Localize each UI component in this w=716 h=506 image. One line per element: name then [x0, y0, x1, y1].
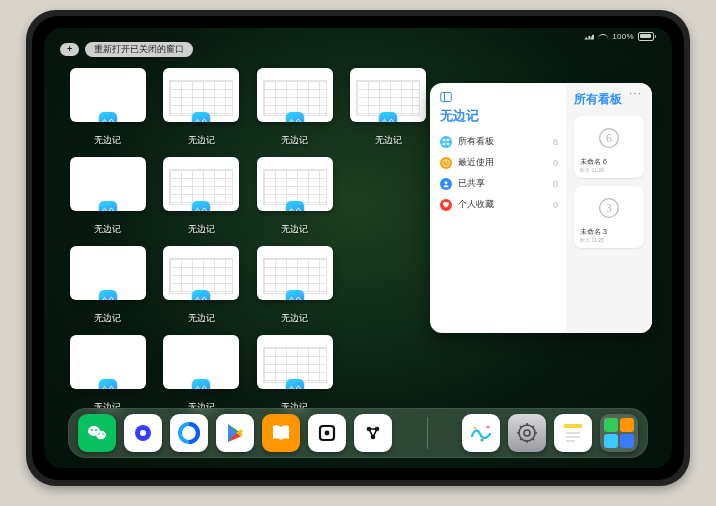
board-card[interactable]: 3 未命名 3 昨天 11:25 — [574, 186, 644, 248]
svg-point-12 — [290, 207, 291, 208]
dock-separator — [427, 417, 428, 449]
window-thumbnail[interactable]: 无边记 — [255, 246, 335, 325]
heart-icon — [440, 199, 452, 211]
ipad-bezel: 100% 重新打开已关闭的窗口 无边记 无边记 无边记 — [32, 16, 684, 480]
dock-app-quark[interactable] — [124, 414, 162, 452]
svg-rect-65 — [564, 424, 582, 428]
category-label: 最近使用 — [458, 156, 494, 169]
category-count: 0 — [553, 200, 558, 210]
svg-point-43 — [102, 433, 104, 435]
category-person[interactable]: 已共享0 — [440, 173, 558, 194]
dock-app-settings[interactable] — [508, 414, 546, 452]
dock-app-playstore[interactable] — [216, 414, 254, 452]
svg-point-6 — [384, 118, 385, 119]
freeform-app-icon — [99, 201, 117, 211]
svg-point-40 — [91, 429, 93, 431]
svg-point-16 — [197, 296, 198, 297]
window-thumbnail[interactable]: 无边记 — [162, 157, 242, 236]
category-clock[interactable]: 最近使用0 — [440, 152, 558, 173]
svg-point-3 — [204, 118, 205, 119]
window-thumbnail-grid: 无边记 无边记 无边记 无边记 无边记 — [68, 68, 428, 414]
svg-point-54 — [480, 438, 483, 441]
window-thumbnail[interactable]: 无边记 — [68, 68, 148, 147]
svg-rect-30 — [443, 142, 446, 145]
window-thumbnail[interactable]: 无边记 — [68, 157, 148, 236]
category-label: 已共享 — [458, 177, 485, 190]
dock-app-folder[interactable] — [600, 414, 638, 452]
svg-point-20 — [103, 385, 104, 386]
svg-point-1 — [110, 118, 111, 119]
thumbnail-label: 无边记 — [188, 134, 215, 147]
battery-icon — [638, 32, 654, 41]
category-count: 0 — [553, 179, 558, 189]
dock-right-group — [462, 414, 638, 452]
board-name: 未命名 6 — [580, 157, 638, 167]
svg-point-45 — [140, 430, 146, 436]
window-thumbnail[interactable]: 无边记 — [68, 335, 148, 414]
svg-point-14 — [103, 296, 104, 297]
svg-point-8 — [103, 207, 104, 208]
category-grid[interactable]: 所有看板8 — [440, 131, 558, 152]
thumbnail-window — [257, 246, 333, 300]
svg-point-9 — [110, 207, 111, 208]
dock-app-obsidian-like[interactable] — [308, 414, 346, 452]
sidebar-toggle-icon[interactable] — [440, 91, 452, 103]
board-card[interactable]: 6 未命名 6 昨天 11:28 — [574, 116, 644, 178]
category-count: 8 — [553, 137, 558, 147]
dock-app-books[interactable] — [262, 414, 300, 452]
svg-point-24 — [290, 385, 291, 386]
reopen-closed-button[interactable]: 重新打开已关闭的窗口 — [85, 42, 193, 57]
dock — [68, 408, 648, 458]
thumbnail-window — [70, 68, 146, 122]
wifi-icon — [598, 33, 608, 41]
window-thumbnail[interactable]: 无边记 — [162, 68, 242, 147]
category-label: 个人收藏 — [458, 198, 494, 211]
board-time: 昨天 11:25 — [580, 237, 638, 243]
window-thumbnail[interactable]: 无边记 — [255, 157, 335, 236]
window-thumbnail[interactable]: 无边记 — [162, 335, 242, 414]
more-icon[interactable]: ··· — [629, 90, 642, 96]
thumbnail-label: 无边记 — [94, 223, 121, 236]
thumbnail-window — [163, 68, 239, 122]
svg-point-13 — [297, 207, 298, 208]
svg-point-33 — [445, 181, 448, 184]
thumbnail-label: 无边记 — [281, 134, 308, 147]
freeform-app-icon — [192, 379, 210, 389]
dock-app-notes[interactable] — [554, 414, 592, 452]
board-name: 未命名 3 — [580, 227, 638, 237]
grid-icon — [440, 136, 452, 148]
svg-rect-28 — [443, 138, 446, 141]
freeform-app-icon — [99, 112, 117, 122]
freeform-app-icon — [286, 290, 304, 300]
thumbnail-window — [163, 246, 239, 300]
dock-app-wechat[interactable] — [78, 414, 116, 452]
add-button[interactable] — [60, 43, 79, 56]
freeform-app-icon — [99, 290, 117, 300]
thumbnail-label: 无边记 — [281, 312, 308, 325]
window-thumbnail[interactable]: 无边记 — [162, 246, 242, 325]
cellular-icon — [584, 34, 594, 40]
board-sketch: 6 — [586, 121, 632, 155]
freeform-app-icon — [286, 201, 304, 211]
window-thumbnail[interactable]: 无边记 — [68, 246, 148, 325]
freeform-floating-panel[interactable]: ··· 无边记 所有看板8最近使用0已共享0个人收藏0 所有看板 6 未命名 6… — [430, 83, 652, 333]
svg-point-7 — [391, 118, 392, 119]
dock-app-roam[interactable] — [354, 414, 392, 452]
category-heart[interactable]: 个人收藏0 — [440, 194, 558, 215]
dock-app-freeform[interactable] — [462, 414, 500, 452]
svg-point-2 — [197, 118, 198, 119]
freeform-app-icon — [286, 112, 304, 122]
svg-point-56 — [524, 430, 530, 436]
svg-rect-31 — [447, 142, 450, 145]
window-thumbnail[interactable]: 无边记 — [255, 68, 335, 147]
category-count: 0 — [553, 158, 558, 168]
panel-boards: 所有看板 6 未命名 6 昨天 11:28 3 未命名 3 昨天 11:25 — [566, 83, 652, 333]
window-thumbnail[interactable]: 无边记 — [349, 68, 429, 147]
window-thumbnail[interactable]: 无边记 — [255, 335, 335, 414]
svg-rect-29 — [447, 138, 450, 141]
svg-point-4 — [290, 118, 291, 119]
thumbnail-window — [70, 335, 146, 389]
thumbnail-window — [257, 335, 333, 389]
panel-sidebar: 无边记 所有看板8最近使用0已共享0个人收藏0 — [430, 83, 566, 333]
dock-app-qq-browser[interactable] — [170, 414, 208, 452]
